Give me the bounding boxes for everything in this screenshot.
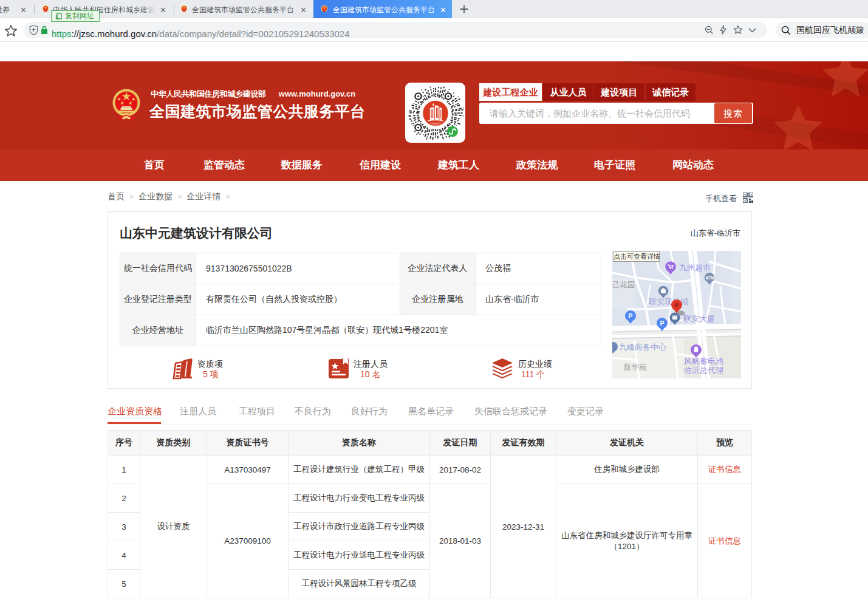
svg-text:新华苑: 新华苑 xyxy=(623,363,647,372)
svg-text:P: P xyxy=(629,312,633,320)
svg-text:己花园: 己花园 xyxy=(612,281,635,289)
svg-text:联安现代城: 联安现代城 xyxy=(648,297,688,306)
svg-text:九州超市: 九州超市 xyxy=(679,263,711,272)
svg-text:ATM: ATM xyxy=(706,276,714,280)
svg-text:P: P xyxy=(660,320,665,327)
svg-text:风帆蓄电池: 风帆蓄电池 xyxy=(684,357,723,366)
svg-text:九峰商务中心: 九峰商务中心 xyxy=(619,343,667,352)
svg-text:联安大厦: 联安大厦 xyxy=(683,314,715,323)
svg-text:临沂总代理: 临沂总代理 xyxy=(684,366,723,375)
